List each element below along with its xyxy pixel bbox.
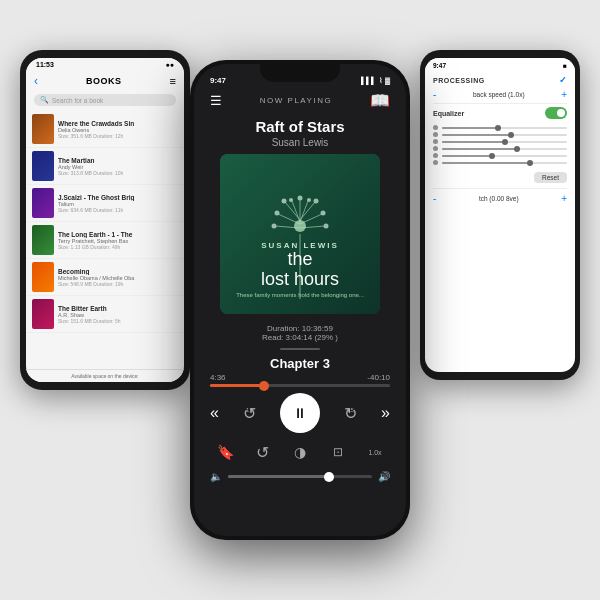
svg-point-16 <box>324 224 329 229</box>
left-battery: ●● <box>166 61 174 68</box>
eq-band-row[interactable] <box>433 146 567 151</box>
volume-row: 🔈 🔊 <box>194 467 406 486</box>
eq-fill <box>442 148 517 150</box>
eq-fill <box>442 127 498 129</box>
eq-toggle[interactable] <box>545 107 567 119</box>
eq-dot <box>433 132 438 137</box>
book-cover <box>32 225 54 255</box>
list-item[interactable]: Where the Crawdads Sin Delia Owens Size:… <box>26 111 184 148</box>
list-item[interactable]: The Long Earth - 1 - The Terry Pratchett… <box>26 222 184 259</box>
eq-track[interactable] <box>442 134 567 136</box>
divider <box>433 103 567 104</box>
book-title: J.Scalzi - The Ghost Brig <box>58 194 178 201</box>
center-header: ☰ NOW PLAYING 📖 <box>194 89 406 112</box>
now-playing-label: NOW PLAYING <box>260 96 332 105</box>
duration-text: Duration: 10:36:59 <box>267 324 333 333</box>
speed-minus[interactable]: - <box>433 89 436 100</box>
search-icon: 🔍 <box>40 96 49 104</box>
menu-icon[interactable]: ≡ <box>170 75 176 87</box>
eq-thumb[interactable] <box>489 153 495 159</box>
svg-point-12 <box>321 211 326 216</box>
book-info: J.Scalzi - The Ghost Brig Talium Size: 6… <box>58 194 178 213</box>
list-item[interactable]: The Bitter Earth A.R. Shaw Size: 151.6 M… <box>26 296 184 333</box>
check-icon[interactable]: ✓ <box>559 75 567 85</box>
art-title-line1: the <box>220 250 380 270</box>
reset-section: Reset <box>425 169 575 186</box>
hamburger-icon[interactable]: ☰ <box>210 93 222 108</box>
book-cover <box>32 151 54 181</box>
back-icon[interactable]: ‹ <box>34 74 38 88</box>
eq-band-row[interactable] <box>433 132 567 137</box>
eq-thumb[interactable] <box>495 125 501 131</box>
eq-band-row[interactable] <box>433 153 567 158</box>
book-cover <box>32 262 54 292</box>
progress-bar-container[interactable] <box>194 382 406 389</box>
repeat-button[interactable]: ↺ <box>248 437 278 467</box>
list-item[interactable]: The Martian Andy Weir Size: 313.8 MB Dur… <box>26 148 184 185</box>
secondary-controls: 🔖 ↺ ◑ ⊡ 1.0x <box>194 437 406 467</box>
fwd15-group[interactable]: ↻15 <box>344 404 357 423</box>
pitch-minus[interactable]: - <box>433 193 436 204</box>
eq-thumb[interactable] <box>508 132 514 138</box>
search-placeholder: Search for a book <box>52 97 103 104</box>
book-meta: Size: 548.9 MB Duration: 19h <box>58 281 178 287</box>
eq-band-row[interactable] <box>433 125 567 130</box>
time-row: 4:36 -40:10 <box>194 373 406 382</box>
eq-fill <box>442 155 492 157</box>
eq-band-row[interactable] <box>433 139 567 144</box>
center-phone: 9:47 ▌▌▌ ⌇ ▓ ☰ NOW PLAYING 📖 Raft of Sta… <box>190 60 410 540</box>
progress-track[interactable] <box>210 384 390 387</box>
eq-track[interactable] <box>442 162 567 164</box>
eq-track[interactable] <box>442 141 567 143</box>
eq-track[interactable] <box>442 127 567 129</box>
back15-group[interactable]: ↺15 <box>243 404 256 423</box>
bookmark-button[interactable]: 🔖 <box>210 437 240 467</box>
book-title: The Bitter Earth <box>58 305 178 312</box>
duration-row: Duration: 10:36:59 Read: 3:04:14 (29% ) <box>194 322 406 344</box>
eq-thumb[interactable] <box>527 160 533 166</box>
scene: 11:53 ●● ‹ BOOKS ≡ 🔍 Search for a book W… <box>20 20 580 580</box>
bottom-bar: Available space on the device: <box>26 369 184 382</box>
svg-point-14 <box>272 224 277 229</box>
fwd15-icon[interactable]: ↻15 <box>344 404 357 423</box>
pause-button[interactable]: ⏸ <box>280 393 320 433</box>
reset-button[interactable]: Reset <box>534 172 567 183</box>
book-meta: Size: 1.13 GB Duration: 49h <box>58 244 178 250</box>
svg-point-8 <box>314 199 319 204</box>
eq-dot <box>433 146 438 151</box>
brightness-button[interactable]: ◑ <box>285 437 315 467</box>
book-cover <box>32 114 54 144</box>
list-item[interactable]: Becoming Michelle Obama / Michelle Oba S… <box>26 259 184 296</box>
speed-plus[interactable]: + <box>561 89 567 100</box>
art-subtitle: These family moments hold the belonging … <box>220 292 380 298</box>
eq-band-row[interactable] <box>433 160 567 165</box>
eq-thumb[interactable] <box>502 139 508 145</box>
back15-icon[interactable]: ↺15 <box>243 404 256 423</box>
forward-button[interactable]: » <box>381 404 390 422</box>
speed-value: 1.0x <box>368 449 381 456</box>
search-bar[interactable]: 🔍 Search for a book <box>34 94 176 106</box>
volume-track[interactable] <box>228 475 372 478</box>
center-time: 9:47 <box>210 76 226 85</box>
svg-point-4 <box>298 196 303 201</box>
right-header: PROCESSING ✓ <box>425 73 575 87</box>
book-icon[interactable]: 📖 <box>370 91 390 110</box>
speed-button[interactable]: 1.0x <box>360 437 390 467</box>
track-title: Raft of Stars <box>194 112 406 137</box>
album-art: SUSAN LEWIS the lost hours These family … <box>220 154 380 314</box>
list-item[interactable]: J.Scalzi - The Ghost Brig Talium Size: 6… <box>26 185 184 222</box>
eq-track[interactable] <box>442 148 567 150</box>
volume-thumb[interactable] <box>324 472 334 482</box>
pitch-plus[interactable]: + <box>561 193 567 204</box>
left-phone: 11:53 ●● ‹ BOOKS ≡ 🔍 Search for a book W… <box>20 50 190 390</box>
progress-thumb[interactable] <box>259 381 269 391</box>
book-info: The Long Earth - 1 - The Terry Pratchett… <box>58 231 178 250</box>
eq-track[interactable] <box>442 155 567 157</box>
center-phone-screen: 9:47 ▌▌▌ ⌇ ▓ ☰ NOW PLAYING 📖 Raft of Sta… <box>194 64 406 536</box>
eq-thumb[interactable] <box>514 146 520 152</box>
rewind-button[interactable]: « <box>210 404 219 422</box>
book-meta: Size: 313.8 MB Duration: 10h <box>58 170 178 176</box>
right-status-bar: 9:47 ■ <box>425 58 575 73</box>
airplay-button[interactable]: ⊡ <box>323 437 353 467</box>
book-title: Becoming <box>58 268 178 275</box>
